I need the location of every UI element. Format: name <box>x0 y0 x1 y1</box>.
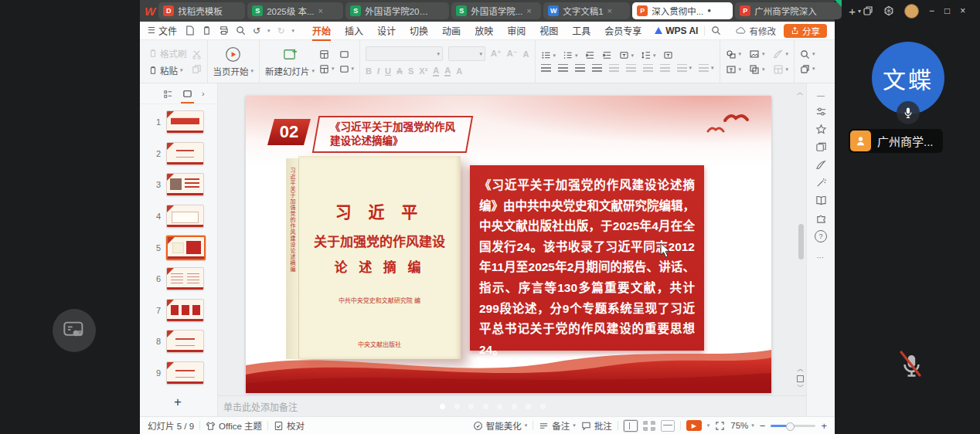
new-tab-button[interactable]: + ▾ <box>849 5 861 18</box>
tab-spreadsheet-2025[interactable]: S 2025级 本... × <box>247 2 343 19</box>
beautify-wand-icon[interactable] <box>815 177 827 188</box>
shadow-button[interactable]: S <box>408 66 413 76</box>
strikethrough-button[interactable]: A <box>396 66 403 76</box>
highlight-ab-button[interactable]: ▾ <box>619 51 635 59</box>
decrease-indent-button[interactable] <box>585 51 595 59</box>
merge-shapes-button[interactable]: ▾ <box>773 64 789 75</box>
font-color-button[interactable]: A <box>433 66 439 76</box>
normal-view-button[interactable] <box>624 420 638 432</box>
tab-docer-templates[interactable]: D 找稻壳模板 <box>158 2 245 19</box>
slide-item-3[interactable]: 3 <box>140 169 217 201</box>
italic-button[interactable]: I <box>377 66 379 76</box>
increase-font-button[interactable]: A⁺ <box>491 49 502 59</box>
smart-beautify-button[interactable]: 智能美化 ▾ <box>473 419 528 432</box>
tab-writer-doc1[interactable]: W 文字文稿1 × <box>543 2 630 19</box>
scroll-up-button[interactable]: ︿ <box>797 87 803 96</box>
menu-transitions[interactable]: 切换 <box>403 22 435 39</box>
section-number-badge[interactable]: 02 <box>267 119 311 145</box>
print-preview-icon[interactable] <box>236 25 246 36</box>
superscript-button[interactable]: X² <box>419 66 427 76</box>
align-options-button[interactable]: ▾ <box>699 64 714 72</box>
reading-view-button[interactable] <box>661 420 675 432</box>
slide-size-button[interactable]: ▾ <box>339 64 355 74</box>
redo-button[interactable]: ↻ <box>277 25 284 36</box>
modified-status[interactable]: 有修改 <box>736 25 777 37</box>
tab-active-presentation[interactable]: P 深入贯彻中... ● <box>632 2 733 19</box>
slide-thumbnail[interactable] <box>166 110 204 134</box>
play-from-current-button[interactable]: 当页开始 ▾ <box>213 46 254 77</box>
columns-button[interactable] <box>626 64 636 72</box>
maximize-button[interactable]: □ <box>944 6 950 15</box>
reference-book-icon[interactable] <box>815 195 827 206</box>
slide-thumbnail[interactable] <box>166 142 204 165</box>
notes-toggle-button[interactable]: 备注 ▾ <box>539 419 576 432</box>
thumbnail-view-icon[interactable] <box>182 89 192 99</box>
section-title-box[interactable]: 《习近平关于加强党的作风 建设论述摘编》 <box>312 116 473 153</box>
window-arrange-button[interactable]: ▾ <box>800 64 815 74</box>
chevron-down-icon[interactable]: ▾ <box>707 422 710 429</box>
menu-home[interactable]: 开始 <box>305 22 338 39</box>
distribute-button[interactable] <box>609 64 619 72</box>
tab-presentation-gz[interactable]: P 广州商学院深入 <box>735 2 842 19</box>
numbering-button[interactable]: ▾ <box>563 51 578 59</box>
increase-indent-button[interactable] <box>602 51 612 59</box>
new-slide-button[interactable]: 新建幻灯片 ▾ <box>265 46 315 77</box>
slide-position-icon[interactable] <box>797 375 804 382</box>
share-button[interactable]: 分享 <box>784 24 827 38</box>
save-icon[interactable] <box>185 25 195 36</box>
menu-tools[interactable]: 工具 <box>565 22 597 39</box>
meeting-name-label[interactable]: 广州商学... <box>849 129 943 153</box>
editing-canvas[interactable]: 02 《习近平关于加强党的作风 建设论述摘编》 习 近 平 关于加强党的作风建设… <box>218 83 806 416</box>
tab-close-icon[interactable]: × <box>318 7 323 15</box>
account-avatar[interactable] <box>904 4 919 19</box>
tab-close-icon[interactable]: × <box>526 7 531 15</box>
slide-thumbnail[interactable] <box>166 299 204 322</box>
menu-animation[interactable]: 动画 <box>435 22 468 39</box>
search-icon[interactable] <box>711 25 721 36</box>
underline-button[interactable]: U <box>385 66 391 76</box>
justify-button[interactable] <box>592 64 602 72</box>
text-direction-button[interactable] <box>663 51 673 59</box>
notes-bar[interactable]: 单击此处添加备注 <box>218 395 806 416</box>
muted-microphone-indicator[interactable] <box>895 348 924 381</box>
slide-thumbnail[interactable] <box>166 361 204 385</box>
vertical-scrollbar[interactable] <box>798 224 804 259</box>
indent-options-button[interactable]: ▾ <box>677 64 692 72</box>
slide-item-5-selected[interactable]: 5 <box>140 232 217 263</box>
slide-item-4[interactable]: 4 <box>140 201 217 232</box>
tab-spreadsheet-college1[interactable]: S 外国语学院202... <box>345 2 449 19</box>
wps-logo-icon[interactable]: W <box>145 2 155 19</box>
slide-item-1[interactable]: 1 <box>140 107 217 138</box>
cut-button[interactable] <box>192 49 202 59</box>
align-left-button[interactable] <box>541 64 551 72</box>
reset-button[interactable] <box>339 49 355 59</box>
slide-thumbnail[interactable] <box>166 205 204 228</box>
slide-item-7[interactable]: 7 <box>140 295 217 327</box>
bullets-button[interactable]: ▾ <box>541 51 556 59</box>
decrease-font-button[interactable]: A⁻ <box>507 49 518 59</box>
export-icon[interactable] <box>202 25 212 36</box>
fit-to-window-icon[interactable] <box>715 421 725 431</box>
more-options-icon[interactable]: ⋯ <box>817 253 825 262</box>
slide-item-6[interactable]: 6 <box>140 263 217 295</box>
row-spacing-increase-button[interactable] <box>643 64 653 72</box>
properties-sliders-icon[interactable] <box>815 106 827 117</box>
outline-view-icon[interactable] <box>163 89 173 99</box>
signature-pen-icon[interactable] <box>815 159 827 171</box>
collapse-panel-icon[interactable]: › <box>202 89 205 98</box>
copy-button[interactable] <box>192 64 202 74</box>
screen-share-control-button[interactable] <box>53 309 96 352</box>
slide-sorter-view-button[interactable] <box>643 421 655 431</box>
insert-shapes-button[interactable]: ▾ <box>726 49 742 59</box>
slide-thumbnail[interactable] <box>166 236 206 260</box>
slide-thumbnail[interactable] <box>166 173 204 196</box>
align-right-button[interactable] <box>575 64 585 72</box>
tab-spreadsheet-college2[interactable]: S 外国语学院... × <box>451 2 541 19</box>
proofing-button[interactable]: 校对 <box>274 419 305 432</box>
row-spacing-decrease-button[interactable] <box>660 64 670 72</box>
body-text-box[interactable]: 《习近平关于加强党的作风建设论述摘编》由中共中央党史和文献研究院编辑，中央文献出… <box>470 165 704 351</box>
help-icon[interactable]: ? <box>815 230 827 242</box>
add-slide-button[interactable]: + <box>174 395 182 410</box>
insert-textbox-button[interactable]: ▾ <box>726 64 742 75</box>
book-cover-image[interactable]: 习 近 平 关于加强党的作风建设 论 述 摘 编 中共中央党史和文献研究院 编 … <box>286 156 461 363</box>
